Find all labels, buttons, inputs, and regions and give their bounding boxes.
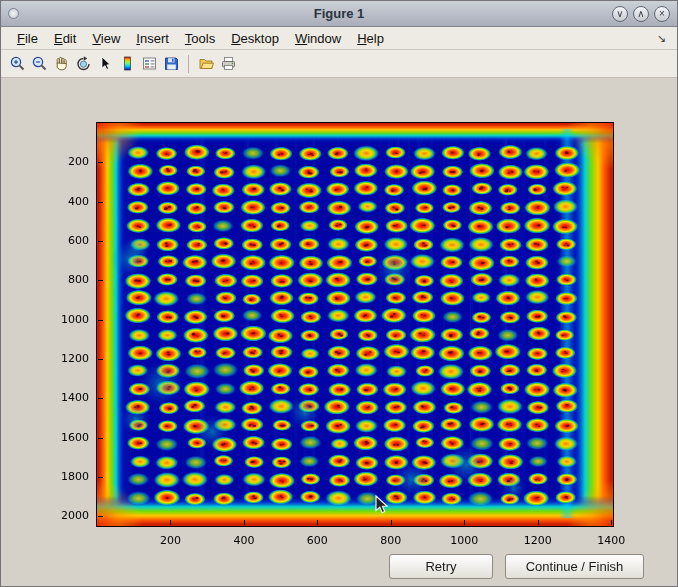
x-tick-label: 1200 xyxy=(518,534,558,548)
y-tick-label: 400 xyxy=(49,195,89,209)
menu-item-insert[interactable]: Insert xyxy=(128,29,177,48)
data-cursor-icon[interactable] xyxy=(94,53,116,75)
pan-icon[interactable] xyxy=(50,53,72,75)
menubar-items: FileEditViewInsertToolsDesktopWindowHelp xyxy=(9,29,392,48)
y-tick-label: 200 xyxy=(49,155,89,169)
menubar: FileEditViewInsertToolsDesktopWindowHelp… xyxy=(1,27,677,50)
menu-item-edit[interactable]: Edit xyxy=(46,29,84,48)
y-tick-label: 800 xyxy=(49,273,89,287)
figure-toolbar xyxy=(1,50,677,78)
microarray-image[interactable] xyxy=(96,122,614,527)
x-tick-label: 400 xyxy=(224,534,264,548)
zoom-out-icon[interactable] xyxy=(28,53,50,75)
open-file-icon[interactable] xyxy=(195,53,217,75)
shade-button[interactable]: ∨ xyxy=(612,6,628,22)
continue-finish-button[interactable]: Continue / Finish xyxy=(505,554,644,579)
window-title: Figure 1 xyxy=(1,6,677,21)
y-tick-label: 1800 xyxy=(49,470,89,484)
y-tick-label: 1200 xyxy=(49,352,89,366)
menu-item-help[interactable]: Help xyxy=(349,29,392,48)
toolbar-separator xyxy=(188,55,189,73)
menu-item-view[interactable]: View xyxy=(84,29,128,48)
menu-item-tools[interactable]: Tools xyxy=(177,29,223,48)
y-tick-label: 1400 xyxy=(49,391,89,405)
y-tick-label: 600 xyxy=(49,234,89,248)
x-tick-label: 800 xyxy=(371,534,411,548)
menu-item-window[interactable]: Window xyxy=(287,29,349,48)
menu-overflow-icon[interactable]: ↘ xyxy=(657,32,669,45)
maximize-button[interactable]: ∧ xyxy=(633,6,649,22)
x-tick-label: 200 xyxy=(150,534,190,548)
window-menu-icon[interactable] xyxy=(8,8,19,19)
window-controls: ∨∧× xyxy=(612,6,670,22)
y-tick-label: 2000 xyxy=(49,509,89,523)
titlebar[interactable]: Figure 1 ∨∧× xyxy=(1,1,677,27)
y-tick-label: 1600 xyxy=(49,431,89,445)
figure-canvas-area: 2004006008001000120014001600180020002004… xyxy=(1,1,677,586)
menu-item-file[interactable]: File xyxy=(9,29,46,48)
x-tick-label: 600 xyxy=(297,534,337,548)
close-button[interactable]: × xyxy=(654,6,670,22)
insert-legend-icon[interactable] xyxy=(138,53,160,75)
print-icon[interactable] xyxy=(217,53,239,75)
retry-button[interactable]: Retry xyxy=(389,554,493,579)
zoom-in-icon[interactable] xyxy=(6,53,28,75)
x-tick-label: 1400 xyxy=(591,534,631,548)
save-figure-icon[interactable] xyxy=(160,53,182,75)
rotate-3d-icon[interactable] xyxy=(72,53,94,75)
y-tick-label: 1000 xyxy=(49,313,89,327)
x-tick-label: 1000 xyxy=(444,534,484,548)
figure-window: Figure 1 ∨∧× FileEditViewInsertToolsDesk… xyxy=(0,0,678,587)
insert-colorbar-icon[interactable] xyxy=(116,53,138,75)
menu-item-desktop[interactable]: Desktop xyxy=(223,29,287,48)
